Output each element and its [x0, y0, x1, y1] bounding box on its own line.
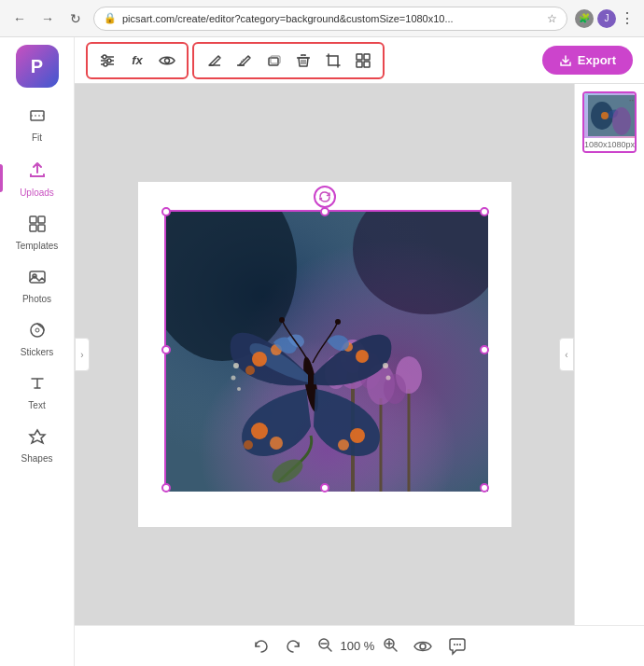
profile-icon: J [597, 9, 616, 28]
handle-top-right[interactable] [480, 207, 489, 216]
svg-point-49 [252, 352, 267, 367]
sidebar-item-stickers[interactable]: Stickers [0, 312, 74, 365]
shapes-icon [28, 427, 47, 451]
undo-button[interactable] [253, 638, 270, 655]
svg-point-15 [104, 62, 107, 66]
templates-label: Templates [16, 241, 59, 251]
fx-button[interactable]: fx [123, 47, 151, 75]
sidebar-item-templates[interactable]: Templates [0, 205, 74, 258]
sidebar-item-uploads[interactable]: Uploads [0, 150, 74, 205]
sidebar: P Fit Uploads [0, 37, 75, 666]
svg-rect-0 [31, 111, 44, 120]
puzzle-icon: 🧩 [575, 9, 594, 28]
svg-rect-25 [364, 54, 370, 60]
adjust-button[interactable] [93, 47, 121, 75]
svg-point-13 [103, 55, 106, 59]
svg-point-80 [456, 644, 458, 645]
svg-rect-24 [357, 54, 362, 60]
lock-icon: 🔒 [104, 12, 117, 24]
svg-point-78 [420, 644, 426, 649]
url-text: picsart.com/create/editor?category=backg… [122, 13, 541, 24]
address-bar[interactable]: 🔒 picsart.com/create/editor?category=bac… [93, 7, 567, 31]
shapes-label: Shapes [21, 453, 53, 464]
extension-area: 🧩 J ⋮ [575, 9, 635, 28]
right-panel: ··· 1080x1080px [574, 84, 644, 625]
canvas [138, 182, 511, 527]
forward-button[interactable]: → [37, 8, 58, 29]
svg-point-9 [35, 328, 39, 332]
zoom-in-button[interactable] [382, 636, 399, 657]
handle-bottom-right[interactable] [480, 483, 489, 493]
svg-rect-26 [357, 62, 362, 67]
sidebar-item-fit[interactable]: Fit [0, 97, 74, 150]
text-icon [28, 374, 47, 397]
handle-top-middle[interactable] [320, 207, 329, 216]
zoom-level: 100 % [341, 639, 375, 653]
thumbnail-preview: ··· [584, 93, 637, 138]
svg-point-59 [233, 363, 239, 368]
svg-point-16 [165, 58, 170, 62]
refresh-button[interactable]: ↻ [65, 8, 86, 29]
export-button[interactable]: Export [542, 46, 633, 75]
image-selection[interactable] [164, 210, 486, 490]
svg-rect-3 [38, 216, 45, 223]
more-icon[interactable]: ⋮ [620, 9, 635, 27]
app-logo[interactable]: P [16, 45, 59, 88]
thumbnail-label: 1080x1080px [584, 138, 635, 151]
toolbar-group-2 [192, 42, 385, 79]
right-collapse-arrow[interactable]: ‹ [559, 338, 574, 371]
app-container: P Fit Uploads [0, 37, 644, 666]
erase-button[interactable] [200, 47, 228, 75]
smart-erase-button[interactable] [230, 47, 258, 75]
svg-rect-5 [38, 225, 45, 231]
handle-middle-left[interactable] [161, 345, 171, 354]
uploads-icon [27, 160, 48, 185]
svg-point-14 [107, 59, 111, 62]
handle-bottom-left[interactable] [161, 483, 171, 493]
handle-bottom-middle[interactable] [320, 483, 329, 493]
svg-point-51 [245, 366, 255, 375]
svg-point-60 [231, 376, 235, 381]
handle-top-left[interactable] [161, 207, 171, 216]
handle-middle-right[interactable] [480, 345, 489, 354]
browser-chrome: ← → ↻ 🔒 picsart.com/create/editor?catego… [0, 0, 644, 37]
sidebar-item-shapes[interactable]: Shapes [0, 418, 74, 471]
text-label: Text [28, 400, 45, 410]
back-button[interactable]: ← [9, 8, 30, 29]
preview-button[interactable] [413, 637, 432, 656]
svg-point-79 [454, 644, 455, 645]
svg-point-54 [251, 423, 268, 439]
sidebar-item-text[interactable]: Text [0, 365, 74, 418]
canvas-area[interactable]: › [75, 84, 574, 625]
svg-rect-27 [364, 62, 370, 67]
redo-button[interactable] [285, 638, 301, 655]
grid-button[interactable] [349, 47, 377, 75]
thumbnail-item-1[interactable]: ··· 1080x1080px [582, 91, 637, 153]
eye-button[interactable] [153, 47, 181, 75]
sidebar-item-photos[interactable]: Photos [0, 258, 74, 312]
svg-point-58 [338, 439, 349, 451]
left-collapse-arrow[interactable]: › [75, 338, 90, 371]
main-area: fx [75, 37, 644, 666]
zoom-out-button[interactable] [316, 636, 333, 657]
chat-button[interactable] [447, 637, 466, 656]
crop-button[interactable] [319, 47, 347, 75]
svg-point-64 [279, 317, 285, 323]
delete-button[interactable] [289, 47, 317, 75]
svg-point-70 [612, 107, 631, 135]
rotate-handle[interactable] [314, 186, 336, 208]
thumbnail-dots[interactable]: ··· [629, 95, 637, 105]
toolbar: fx [75, 37, 644, 84]
toolbar-group-1: fx [86, 42, 189, 79]
svg-point-55 [270, 437, 283, 450]
svg-point-57 [350, 428, 365, 443]
svg-point-69 [601, 112, 609, 119]
templates-icon [28, 215, 47, 238]
photos-label: Photos [22, 294, 51, 304]
svg-point-8 [31, 324, 44, 337]
stickers-label: Stickers [21, 347, 54, 357]
butterfly-image [166, 212, 488, 492]
photos-icon [28, 268, 47, 291]
layer-button[interactable] [259, 47, 287, 75]
bookmark-icon: ☆ [547, 12, 557, 25]
